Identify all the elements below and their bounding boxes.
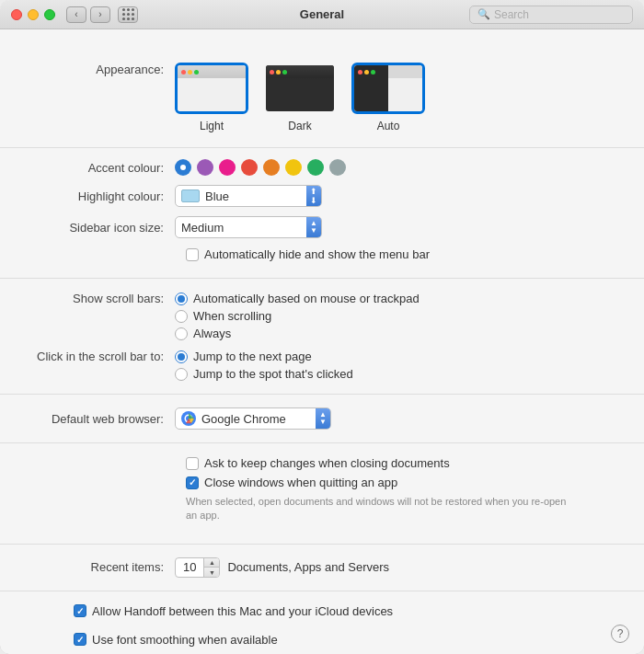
highlight-arrow: ⬆⬇	[306, 186, 321, 206]
sidebar-dropdown[interactable]: Medium ▲▼	[175, 216, 322, 238]
accent-graphite[interactable]	[329, 159, 346, 176]
thumb-light-bar	[178, 65, 246, 78]
browser-row: Default web browser: Google Chrome ▲▼	[37, 407, 607, 430]
appearance-option-light[interactable]: Light	[175, 63, 248, 132]
minimize-button[interactable]	[28, 9, 39, 20]
chevron-icon: ▲▼	[310, 220, 317, 235]
checks-section: Ask to keep changes when closing documen…	[0, 443, 644, 545]
accent-row: Accent colour:	[37, 159, 607, 176]
accent-colors	[175, 159, 346, 176]
appearance-option-auto[interactable]: Auto	[351, 63, 425, 132]
menubar-checkbox[interactable]	[186, 248, 199, 261]
scroll-scrolling-label: When scrolling	[193, 309, 271, 323]
back-button[interactable]: ‹	[66, 6, 86, 23]
thumb-auto-green	[371, 70, 375, 75]
chevron-ud-icon: ▲▼	[319, 411, 327, 426]
appearance-thumb-light	[175, 63, 248, 114]
nav-buttons: ‹ ›	[66, 6, 110, 23]
browser-section: Default web browser: Google Chrome ▲▼	[0, 395, 644, 443]
forward-button[interactable]: ›	[90, 6, 110, 23]
click-next-label: Jump to the next page	[193, 350, 312, 363]
thumb-dark-inner	[266, 65, 334, 111]
scroll-bars-row: Show scroll bars: Automatically based on…	[37, 292, 607, 340]
recent-stepper[interactable]: 10 ▲ ▼	[175, 557, 220, 578]
scroll-auto-label: Automatically based on mouse or trackpad	[193, 292, 420, 305]
scroll-always-row: Always	[175, 327, 420, 340]
scroll-always-radio[interactable]	[175, 327, 188, 340]
menubar-label: Automatically hide and show the menu bar	[204, 247, 430, 261]
sidebar-size-row: Sidebar icon size: Medium ▲▼	[37, 216, 607, 238]
close-windows-checkbox[interactable]	[186, 476, 199, 489]
font-smoothing-row: Use font smoothing when available	[74, 633, 607, 647]
click-spot-label: Jump to the spot that's clicked	[193, 367, 353, 381]
thumb-yellow-dot	[188, 70, 192, 75]
sidebar-arrow: ▲▼	[306, 217, 321, 237]
appearance-light-label: Light	[200, 120, 224, 132]
click-scroll-row: Click in the scroll bar to: Jump to the …	[37, 350, 607, 381]
stepper-up[interactable]: ▲	[204, 558, 219, 568]
browser-value: Google Chrome	[201, 412, 325, 426]
ask-changes-row: Ask to keep changes when closing documen…	[186, 456, 607, 470]
scroll-scrolling-row: When scrolling	[175, 309, 420, 323]
highlight-dropdown[interactable]: Blue ⬆⬇	[175, 185, 322, 207]
click-next-radio[interactable]	[175, 350, 188, 363]
click-spot-radio[interactable]	[175, 368, 188, 381]
scroll-auto-row: Automatically based on mouse or trackpad	[175, 292, 420, 305]
scroll-options: Automatically based on mouse or trackpad…	[175, 292, 420, 340]
font-smoothing-checkbox[interactable]	[74, 633, 86, 646]
maximize-button[interactable]	[44, 9, 55, 20]
search-placeholder: Search	[494, 8, 529, 21]
accent-red[interactable]	[241, 159, 258, 176]
chevron-up-down-icon: ⬆⬇	[310, 187, 317, 205]
stepper-value: 10	[176, 558, 204, 577]
highlight-label: Highlight colour:	[37, 189, 175, 203]
handoff-checkbox[interactable]	[74, 604, 86, 617]
colour-section: Accent colour: Highlight colour: Bl	[0, 148, 644, 279]
accent-pink[interactable]	[219, 159, 236, 176]
apps-button[interactable]	[118, 6, 138, 23]
ask-changes-label: Ask to keep changes when closing documen…	[204, 456, 450, 470]
recent-suffix: Documents, Apps and Servers	[227, 560, 389, 574]
appearance-dark-label: Dark	[288, 120, 311, 132]
click-next-row: Jump to the next page	[175, 350, 353, 363]
close-windows-row: Close windows when quitting an app	[186, 476, 607, 489]
browser-arrow: ▲▼	[316, 408, 330, 429]
stepper-down[interactable]: ▼	[204, 568, 219, 577]
thumb-dark-content	[266, 78, 334, 86]
font-smoothing-label: Use font smoothing when available	[92, 633, 278, 647]
browser-dropdown[interactable]: Google Chrome ▲▼	[175, 407, 331, 430]
appearance-option-dark[interactable]: Dark	[263, 63, 337, 132]
scroll-always-label: Always	[193, 327, 231, 340]
bottom-section: Allow Handoff between this Mac and your …	[0, 591, 644, 654]
scroll-auto-radio[interactable]	[175, 293, 188, 305]
recent-row: Recent items: 10 ▲ ▼ Documents, Apps and…	[37, 557, 607, 578]
thumb-green-dot	[194, 70, 199, 75]
browser-label: Default web browser:	[37, 412, 175, 426]
close-button[interactable]	[11, 9, 22, 20]
thumb-red-dot	[181, 70, 186, 75]
content-area: Appearance:	[0, 29, 644, 654]
scroll-scrolling-radio[interactable]	[175, 310, 188, 323]
accent-yellow[interactable]	[285, 159, 302, 176]
accent-green[interactable]	[307, 159, 324, 176]
accent-blue[interactable]	[175, 159, 191, 176]
accent-orange[interactable]	[263, 159, 280, 176]
thumb-dark-yellow	[276, 70, 281, 75]
handoff-row: Allow Handoff between this Mac and your …	[74, 604, 607, 618]
window: ‹ › General 🔍 Search Appearance:	[0, 0, 644, 654]
appearance-section: Appearance:	[0, 48, 644, 148]
window-title: General	[300, 7, 344, 21]
thumb-dark-red	[270, 70, 274, 75]
close-windows-subtext: When selected, open documents and window…	[186, 495, 572, 523]
thumb-auto-bar	[354, 65, 422, 78]
search-box[interactable]: 🔍 Search	[469, 6, 633, 24]
titlebar: ‹ › General 🔍 Search	[0, 0, 644, 29]
scroll-bars-label: Show scroll bars:	[37, 292, 175, 305]
accent-purple[interactable]	[197, 159, 213, 176]
highlight-value: Blue	[205, 189, 316, 203]
click-spot-row: Jump to the spot that's clicked	[175, 367, 353, 381]
help-button[interactable]: ?	[611, 625, 629, 643]
ask-changes-checkbox[interactable]	[186, 457, 199, 470]
thumb-dark-green	[282, 70, 287, 75]
scroll-section: Show scroll bars: Automatically based on…	[0, 279, 644, 395]
